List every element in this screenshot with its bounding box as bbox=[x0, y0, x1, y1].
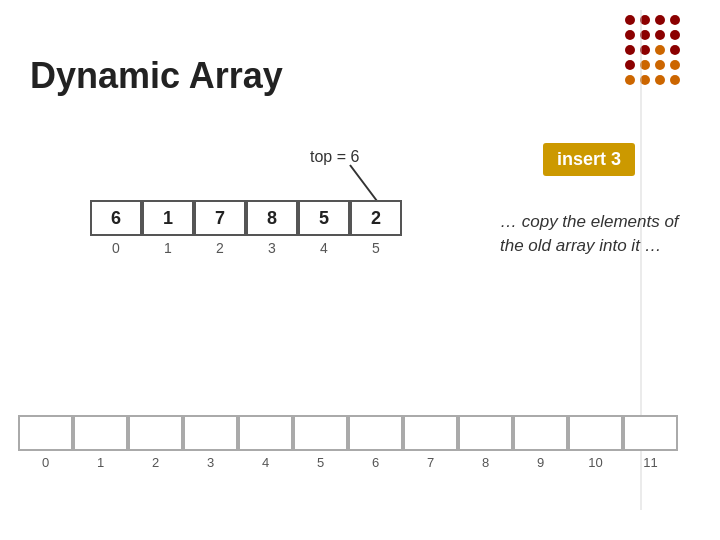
top-cell-3: 8 bbox=[246, 200, 298, 236]
bottom-index-5: 5 bbox=[293, 455, 348, 470]
bottom-array-cells bbox=[18, 415, 678, 451]
bottom-index-0: 0 bbox=[18, 455, 73, 470]
bottom-cell-3 bbox=[183, 415, 238, 451]
copy-text: … copy the elements of the old array int… bbox=[500, 210, 700, 258]
insert-label: insert 3 bbox=[543, 143, 635, 176]
bottom-index-8: 8 bbox=[458, 455, 513, 470]
svg-point-6 bbox=[655, 30, 665, 40]
top-cell-5: 2 bbox=[350, 200, 402, 236]
svg-line-20 bbox=[350, 165, 380, 205]
bottom-array: 0 1 2 3 4 5 6 7 8 9 10 11 bbox=[18, 415, 678, 470]
decorative-dots bbox=[620, 10, 700, 90]
bottom-index-2: 2 bbox=[128, 455, 183, 470]
svg-point-8 bbox=[625, 45, 635, 55]
bottom-cell-8 bbox=[458, 415, 513, 451]
top-array-cells: 6 1 7 8 5 2 bbox=[90, 200, 402, 236]
top-array: 6 1 7 8 5 2 0 1 2 3 4 5 bbox=[90, 200, 402, 256]
bottom-array-indices: 0 1 2 3 4 5 6 7 8 9 10 11 bbox=[18, 455, 678, 470]
bottom-cell-2 bbox=[128, 415, 183, 451]
top-index-2: 2 bbox=[194, 240, 246, 256]
top-index-3: 3 bbox=[246, 240, 298, 256]
bottom-index-4: 4 bbox=[238, 455, 293, 470]
bottom-cell-9 bbox=[513, 415, 568, 451]
svg-point-15 bbox=[670, 60, 680, 70]
top-cell-1: 1 bbox=[142, 200, 194, 236]
bottom-cell-7 bbox=[403, 415, 458, 451]
top-cell-4: 5 bbox=[298, 200, 350, 236]
svg-point-4 bbox=[625, 30, 635, 40]
top-index-4: 4 bbox=[298, 240, 350, 256]
bottom-cell-1 bbox=[73, 415, 128, 451]
bottom-index-6: 6 bbox=[348, 455, 403, 470]
bottom-index-1: 1 bbox=[73, 455, 128, 470]
svg-point-2 bbox=[655, 15, 665, 25]
top-cell-2: 7 bbox=[194, 200, 246, 236]
svg-point-10 bbox=[655, 45, 665, 55]
bottom-cell-10 bbox=[568, 415, 623, 451]
bottom-cell-5 bbox=[293, 415, 348, 451]
svg-point-0 bbox=[625, 15, 635, 25]
bottom-cell-6 bbox=[348, 415, 403, 451]
svg-point-11 bbox=[670, 45, 680, 55]
svg-point-7 bbox=[670, 30, 680, 40]
svg-point-12 bbox=[625, 60, 635, 70]
bottom-index-10: 10 bbox=[568, 455, 623, 470]
bottom-index-7: 7 bbox=[403, 455, 458, 470]
page-title: Dynamic Array bbox=[30, 55, 283, 97]
top-index-1: 1 bbox=[142, 240, 194, 256]
bottom-cell-4 bbox=[238, 415, 293, 451]
top-array-indices: 0 1 2 3 4 5 bbox=[90, 240, 402, 256]
bottom-index-9: 9 bbox=[513, 455, 568, 470]
bottom-index-3: 3 bbox=[183, 455, 238, 470]
svg-point-18 bbox=[655, 75, 665, 85]
top-index-5: 5 bbox=[350, 240, 402, 256]
bottom-index-11: 11 bbox=[623, 455, 678, 470]
top-cell-0: 6 bbox=[90, 200, 142, 236]
svg-point-16 bbox=[625, 75, 635, 85]
bottom-cell-0 bbox=[18, 415, 73, 451]
top-index-0: 0 bbox=[90, 240, 142, 256]
bottom-cell-11 bbox=[623, 415, 678, 451]
svg-point-19 bbox=[670, 75, 680, 85]
svg-point-14 bbox=[655, 60, 665, 70]
svg-point-3 bbox=[670, 15, 680, 25]
